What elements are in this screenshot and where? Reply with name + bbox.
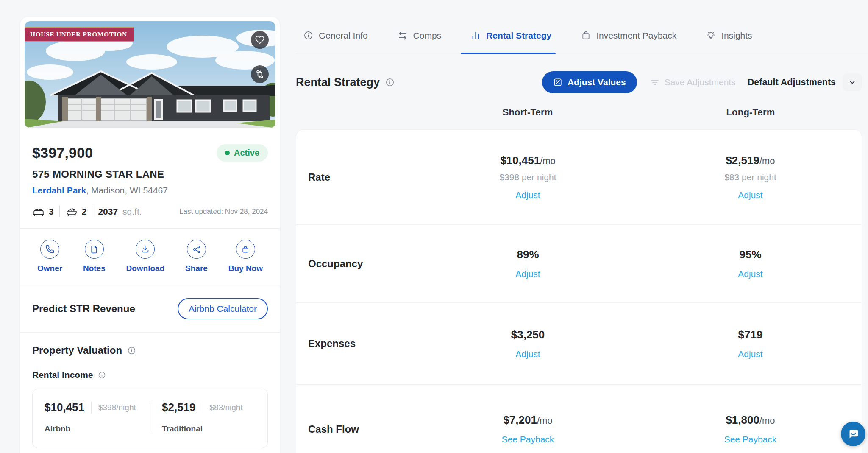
rate-long-suffix: /mo (760, 156, 775, 166)
promotion-badge: HOUSE UNDER PROMOTION (25, 27, 134, 42)
tab-label: Insights (721, 31, 752, 41)
rate-long-term-cell: $2,519/mo $83 per night Adjust (639, 130, 862, 224)
occupancy-long-term-cell: 95% Adjust (639, 225, 862, 302)
beds-stat: 3 (32, 207, 54, 217)
save-adjustments-button[interactable]: Save Adjustments (650, 77, 736, 87)
tab-label: Rental Strategy (486, 31, 551, 41)
beds-value: 3 (49, 207, 54, 217)
property-stats: 3 2 2037 sq.ft. Last updated: Nov 28, 20… (32, 206, 268, 217)
expenses-short-term-cell: $3,250 Adjust (417, 303, 639, 384)
table-row-occupancy: Occupancy 89% Adjust 95% Adjust (296, 224, 862, 302)
save-adjustments-label: Save Adjustments (665, 77, 736, 87)
tab-comps[interactable]: Comps (398, 17, 442, 54)
airbnb-per-night: $398/night (98, 403, 136, 412)
strategy-column-headers: Short-Term Long-Term (296, 107, 862, 118)
document-icon (90, 245, 98, 254)
adjust-values-label: Adjust Values (568, 77, 626, 87)
expenses-long-adjust-link[interactable]: Adjust (738, 349, 762, 359)
favorite-button[interactable] (251, 31, 269, 49)
traditional-income-label: Traditional (162, 424, 257, 433)
rental-strategy-title: Rental Strategy (296, 76, 380, 89)
rate-short-adjust-link[interactable]: Adjust (515, 190, 540, 200)
chat-bubble-icon (847, 428, 860, 440)
chat-launcher-button[interactable] (841, 422, 865, 446)
bed-icon (32, 207, 45, 217)
row-label: Rate (296, 130, 417, 224)
info-icon[interactable] (385, 78, 395, 87)
rate-short-term-cell: $10,451/mo $398 per night Adjust (417, 130, 639, 224)
airbnb-income-amount: $10,451 (45, 401, 84, 414)
tab-investment-payback[interactable]: Investment Payback (581, 17, 676, 54)
info-icon[interactable] (98, 371, 106, 379)
property-photo: HOUSE UNDER PROMOTION (25, 21, 275, 128)
phone-icon (45, 245, 54, 254)
occupancy-long-adjust-link[interactable]: Adjust (738, 269, 762, 279)
tab-label: Comps (413, 31, 442, 41)
swap-arrows-icon (398, 31, 408, 41)
sqft-stat: 2037 sq.ft. (98, 207, 142, 217)
rate-short-per-night: $398 per night (499, 172, 556, 182)
tab-rental-strategy[interactable]: Rental Strategy (471, 17, 551, 54)
download-button[interactable]: Download (126, 240, 165, 273)
expenses-short-adjust-link[interactable]: Adjust (515, 349, 540, 359)
cash-flow-long-term-cell: $1,800/mo See Payback (639, 385, 862, 453)
airbnb-income: $10,451 $398/night Airbnb (33, 401, 150, 433)
rate-short-value: $10,451 (500, 154, 540, 167)
adjust-values-button[interactable]: Adjust Values (542, 71, 637, 93)
row-label: Expenses (296, 303, 417, 384)
divider (59, 206, 60, 217)
bar-chart-icon (471, 31, 481, 40)
share-button[interactable]: Share (185, 240, 208, 273)
download-icon (141, 245, 150, 254)
heart-icon (255, 35, 264, 45)
row-label: Cash Flow (296, 385, 417, 453)
short-term-column-header: Short-Term (416, 107, 639, 118)
owner-label: Owner (37, 264, 62, 273)
share-icon (192, 245, 201, 254)
occupancy-long-value: 95% (739, 248, 761, 261)
owner-button[interactable]: Owner (37, 240, 62, 273)
table-row-expenses: Expenses $3,250 Adjust $719 Adjust (296, 302, 862, 384)
expenses-long-value: $719 (738, 328, 763, 341)
tab-label: Investment Payback (596, 31, 676, 41)
buy-now-button[interactable]: Buy Now (228, 240, 263, 273)
long-term-column-header: Long-Term (639, 107, 862, 118)
expenses-long-term-cell: $719 Adjust (639, 303, 862, 384)
rental-income-label: Rental Income (32, 370, 93, 380)
airbnb-income-label: Airbnb (45, 424, 139, 433)
notes-button[interactable]: Notes (83, 240, 106, 273)
cash-flow-long-see-payback-link[interactable]: See Payback (724, 434, 777, 445)
divider (91, 402, 92, 414)
sqft-value: 2037 (98, 207, 118, 217)
bath-icon (65, 207, 78, 217)
compare-icon (255, 69, 265, 79)
occupancy-short-value: 89% (517, 248, 539, 261)
traditional-income-amount: $2,519 (162, 401, 196, 414)
compare-button[interactable] (251, 65, 269, 83)
tab-label: General Info (319, 31, 368, 41)
airbnb-calculator-button[interactable]: Airbnb Calculator (178, 298, 268, 319)
quick-actions: Owner Notes Download (20, 229, 280, 285)
city-state-zip: , Madison, WI 54467 (86, 185, 168, 195)
address-line: 575 MORNING STAR LANE (20, 162, 280, 180)
rate-long-adjust-link[interactable]: Adjust (738, 190, 762, 200)
sqft-unit: sq.ft. (122, 207, 142, 217)
notes-label: Notes (83, 264, 106, 273)
tab-general-info[interactable]: General Info (303, 17, 368, 54)
info-icon[interactable] (127, 346, 136, 355)
tab-insights[interactable]: Insights (706, 17, 752, 54)
status-label: Active (234, 148, 259, 158)
share-label: Share (185, 264, 208, 273)
property-card: HOUSE UNDER PROMOTION $397,900 Active 57… (20, 17, 280, 453)
shopping-bag-icon (241, 245, 250, 254)
rental-strategy-table: Rate $10,451/mo $398 per night Adjust $2… (296, 129, 862, 453)
rate-short-suffix: /mo (540, 156, 556, 166)
preset-dropdown-button[interactable] (843, 73, 862, 91)
neighborhood-link[interactable]: Lerdahl Park (32, 185, 86, 195)
occupancy-short-adjust-link[interactable]: Adjust (515, 269, 540, 279)
detail-tabs: General Info Comps Rental Strategy Inves… (296, 17, 868, 54)
status-dot-icon (225, 151, 230, 155)
rental-income-card: $10,451 $398/night Airbnb $2,519 $83/nig… (32, 389, 268, 448)
last-updated: Last updated: Nov 28, 2024 (179, 207, 268, 216)
cash-flow-short-see-payback-link[interactable]: See Payback (502, 434, 554, 445)
